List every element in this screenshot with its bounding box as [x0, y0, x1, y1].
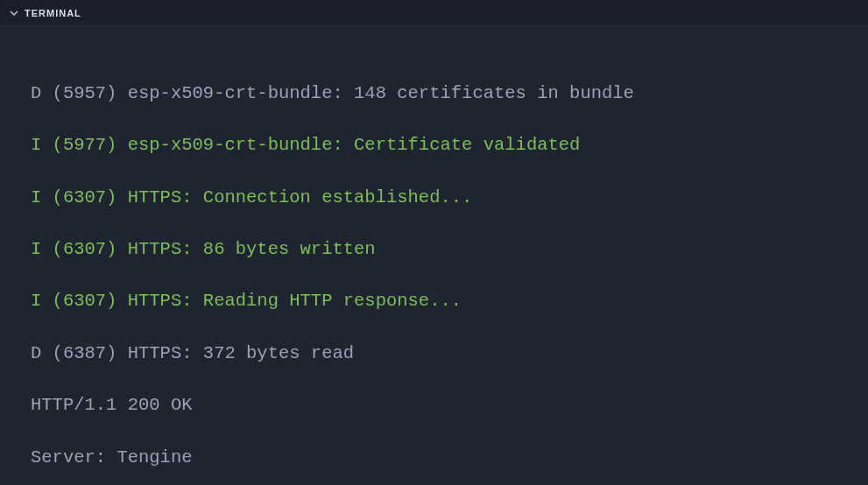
terminal-tab-title[interactable]: TERMINAL	[25, 8, 81, 18]
log-line: D (5957) esp-x509-crt-bundle: 148 certif…	[31, 81, 850, 107]
log-line: I (6307) HTTPS: 86 bytes written	[31, 236, 850, 263]
log-line: D (6387) HTTPS: 372 bytes read	[31, 341, 850, 367]
chevron-down-icon[interactable]	[9, 8, 19, 18]
log-line: Server: Tengine	[31, 445, 850, 471]
terminal-output[interactable]: D (5957) esp-x509-crt-bundle: 148 certif…	[0, 26, 868, 485]
log-line: HTTP/1.1 200 OK	[31, 392, 850, 418]
log-line: I (6307) HTTPS: Reading HTTP response...	[31, 288, 850, 314]
terminal-header: TERMINAL	[0, 0, 868, 26]
log-line: I (5977) esp-x509-crt-bundle: Certificat…	[31, 132, 850, 158]
log-line: I (6307) HTTPS: Connection established..…	[31, 185, 850, 211]
